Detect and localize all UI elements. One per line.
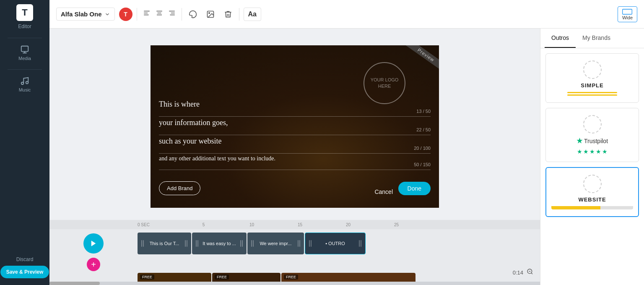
- free-badge-1: FREE: [140, 275, 154, 280]
- clip-3-drag-left: [251, 236, 254, 251]
- image-icon-button[interactable]: [204, 8, 217, 21]
- ruler-marks: 0 SEC 5 10 15 20 25: [138, 222, 421, 227]
- canvas-line-2-count: 22 / 50: [159, 127, 431, 132]
- add-clip-button[interactable]: +: [87, 258, 100, 271]
- star-3: ★: [589, 148, 595, 155]
- logo-placeholder: YOUR LOGO HERE: [364, 62, 405, 104]
- star-2: ★: [583, 148, 589, 155]
- clip-3-drag-right: [297, 236, 301, 251]
- ruler-20: 20: [324, 222, 372, 227]
- clip-1-drag-right: [184, 236, 188, 251]
- svg-rect-14: [242, 240, 243, 247]
- clip-2[interactable]: It was easy to ...: [192, 233, 247, 254]
- svg-rect-8: [143, 240, 144, 247]
- sidebar-item-media[interactable]: Media: [18, 45, 31, 61]
- zoom-out-button[interactable]: [527, 268, 533, 277]
- text-style-button[interactable]: Aa: [244, 8, 261, 21]
- clip-2-text: It was easy to ...: [203, 241, 236, 246]
- canvas-line-1-text[interactable]: This is where: [159, 100, 431, 109]
- timeline-scrollbar[interactable]: [49, 282, 540, 285]
- canvas-line-4-text[interactable]: and any other additional text you want t…: [159, 155, 431, 162]
- svg-rect-5: [623, 9, 632, 14]
- wide-button[interactable]: Wide: [618, 6, 637, 22]
- font-selector[interactable]: Alfa Slab One: [56, 8, 115, 21]
- align-center-button[interactable]: [154, 8, 165, 21]
- divider2: [182, 8, 182, 21]
- preview-badge: Preview: [405, 45, 439, 71]
- logo-placeholder-text: YOUR LOGO HERE: [364, 77, 405, 89]
- outro-simple-line1: [567, 92, 617, 93]
- clip-outro[interactable]: • OUTRO: [305, 233, 366, 254]
- timeline-scrollbar-thumb[interactable]: [49, 282, 100, 285]
- panel-tabs: Outros My Brands: [540, 29, 644, 48]
- sidebar-logo: T: [16, 4, 33, 21]
- tab-my-brands[interactable]: My Brands: [576, 29, 617, 48]
- align-center-icon: [156, 9, 163, 17]
- style-icon-button[interactable]: [186, 8, 200, 21]
- chevron-down-icon: [104, 11, 110, 17]
- add-brand-button[interactable]: Add Brand: [159, 181, 200, 195]
- trustpilot-star-icon: ★: [576, 137, 582, 145]
- svg-rect-10: [187, 240, 187, 247]
- trustpilot-logo: ★ Trustpilot: [576, 137, 608, 145]
- toolbar: Alfa Slab One T Aa: [49, 0, 644, 29]
- outro-website-logo: [583, 175, 602, 193]
- ruler-0: 0 SEC: [138, 222, 179, 227]
- free-badge-2: FREE: [215, 275, 229, 280]
- clip-3[interactable]: We were impr...: [247, 233, 304, 254]
- clip-3-text: We were impr...: [260, 241, 291, 246]
- trustpilot-text: Trustpilot: [584, 138, 608, 144]
- star-4: ★: [596, 148, 601, 155]
- canvas-line-1: This is where 13 / 50: [159, 100, 431, 117]
- image-icon: [206, 10, 215, 18]
- music-icon: [20, 76, 29, 86]
- svg-rect-7: [141, 240, 142, 247]
- font-name: Alfa Slab One: [61, 10, 102, 18]
- clip-outro-drag-right: [358, 236, 362, 251]
- clip-1-text: This is Our T...: [150, 241, 179, 246]
- delete-icon-button[interactable]: [221, 8, 235, 21]
- svg-rect-17: [298, 240, 299, 247]
- panel-content: SIMPLE ★ Trustpilot ★ ★: [540, 48, 644, 285]
- outro-card-simple[interactable]: SIMPLE: [545, 53, 639, 103]
- discard-button[interactable]: Discard: [16, 256, 34, 262]
- text-color-picker[interactable]: T: [119, 8, 132, 21]
- cancel-button[interactable]: Cancel: [374, 188, 393, 195]
- canvas-line-2-text[interactable]: your information goes,: [159, 118, 431, 127]
- canvas-container: Preview YOUR LOGO HERE This is where 13 …: [49, 29, 540, 220]
- outro-simple-line2: [567, 94, 617, 96]
- align-left-button[interactable]: [141, 8, 152, 21]
- sidebar-item-music[interactable]: Music: [19, 76, 31, 92]
- canvas-line-2: your information goes, 22 / 50: [159, 118, 431, 135]
- save-preview-button[interactable]: Save & Preview: [0, 266, 49, 278]
- svg-point-1: [21, 82, 24, 85]
- time-display: 0:14: [513, 269, 523, 276]
- outro-card-trustpilot[interactable]: ★ Trustpilot ★ ★ ★ ★ ★: [545, 108, 639, 162]
- done-button[interactable]: Done: [398, 182, 431, 195]
- plus-icon: +: [91, 260, 96, 269]
- outro-card-website[interactable]: WEBSITE: [545, 167, 639, 217]
- canvas-line-4: and any other additional text you want t…: [159, 155, 431, 170]
- svg-rect-22: [361, 240, 361, 247]
- canvas-line-3-text[interactable]: such as your website: [159, 137, 431, 146]
- align-right-button[interactable]: [166, 8, 177, 21]
- svg-rect-15: [251, 240, 252, 247]
- play-icon: [90, 240, 97, 247]
- outro-trustpilot-logo: [583, 115, 602, 133]
- svg-point-2: [26, 81, 29, 84]
- svg-rect-0: [21, 46, 29, 52]
- main-content: Preview YOUR LOGO HERE This is where 13 …: [49, 29, 644, 285]
- sidebar-divider2: [8, 69, 42, 70]
- media-icon: [20, 45, 29, 54]
- tab-outros[interactable]: Outros: [545, 29, 576, 48]
- clip-2-drag-left: [195, 236, 199, 251]
- star-5: ★: [602, 148, 608, 155]
- svg-rect-12: [197, 240, 198, 247]
- wide-label: Wide: [622, 15, 633, 20]
- canvas-line-1-count: 13 / 50: [159, 109, 431, 114]
- divider1: [137, 8, 137, 21]
- play-button[interactable]: [83, 233, 104, 254]
- outro-simple-title: SIMPLE: [581, 82, 603, 89]
- clip-1[interactable]: This is Our T...: [138, 233, 191, 254]
- trustpilot-stars: ★ ★ ★ ★ ★: [577, 148, 608, 155]
